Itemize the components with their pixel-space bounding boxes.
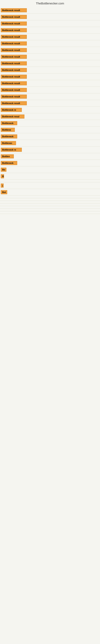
- bottleneck-badge[interactable]: Bottleneck: [1, 121, 17, 125]
- bottleneck-badge[interactable]: Bottleneck result: [1, 88, 27, 92]
- bottleneck-badge[interactable]: B: [1, 174, 4, 178]
- list-item: Bottleneck result: [0, 74, 100, 80]
- bottleneck-badge[interactable]: Bottleneck result: [1, 55, 27, 59]
- bottleneck-badge[interactable]: Bottleneck result: [1, 101, 27, 105]
- bottleneck-badge[interactable]: Bottleneck: [1, 134, 17, 138]
- bottleneck-badge[interactable]: Bottleneck result: [1, 48, 27, 52]
- list-item: Bottlenec: [0, 140, 100, 146]
- bottleneck-badge[interactable]: Bottleneck result: [1, 94, 27, 98]
- list-item: Bottleneck result: [0, 80, 100, 87]
- list-item: Bottleneck result: [0, 27, 100, 34]
- bottleneck-badge[interactable]: Bottleneck resul: [1, 114, 24, 118]
- bottleneck-badge[interactable]: Bottleneck result: [1, 8, 27, 12]
- bottleneck-badge[interactable]: Bottleneck result: [1, 68, 27, 72]
- bottleneck-badge[interactable]: Bottleneck result: [1, 75, 27, 79]
- bottleneck-badge[interactable]: |: [1, 184, 3, 188]
- list-item: Bottleneck: [0, 133, 100, 140]
- list-item: Bottleneck result: [0, 47, 100, 54]
- bottleneck-badge[interactable]: Bottleneck: [1, 161, 17, 165]
- list-item: Bottleneck: [0, 120, 100, 126]
- list-item: Bottleneck result: [0, 100, 100, 107]
- bottleneck-badge[interactable]: Bot: [1, 190, 7, 194]
- list-item: Bottleneck result: [0, 67, 100, 74]
- list-item: Bottleneck result: [0, 7, 100, 14]
- bottleneck-badge[interactable]: Bottleneck result: [1, 62, 27, 66]
- list-item: [0, 180, 100, 182]
- list-item: [0, 206, 100, 209]
- list-item: Bottleneck result: [0, 40, 100, 47]
- bottleneck-badge[interactable]: Bottleneck result: [1, 81, 27, 85]
- bottleneck-badge[interactable]: Bo: [1, 168, 6, 172]
- list-item: [0, 201, 100, 204]
- list-item: [0, 198, 100, 201]
- bottleneck-badge[interactable]: Bottleneck re: [1, 108, 22, 112]
- list-item: Bottleneck result: [0, 14, 100, 20]
- list-item: Bottleneck result: [0, 34, 100, 40]
- bottleneck-badge[interactable]: Bottlen: [1, 154, 14, 158]
- list-item: |: [0, 182, 100, 189]
- list-item: Bo: [0, 166, 100, 173]
- list-item: Bottleneck result: [0, 94, 100, 100]
- list-item: Bottleneck result: [0, 20, 100, 27]
- bottleneck-badge[interactable]: Bottleneck result: [1, 42, 27, 46]
- list-item: Bottlene: [0, 126, 100, 133]
- bottleneck-badge[interactable]: Bottleneck result: [1, 35, 27, 39]
- list-item: Bottleneck result: [0, 87, 100, 94]
- bottleneck-badge[interactable]: Bottleneck result: [1, 22, 27, 26]
- bottleneck-badge[interactable]: Bottleneck result: [1, 28, 27, 32]
- list-item: [0, 204, 100, 206]
- list-item: Bottleneck resul: [0, 113, 100, 120]
- bottleneck-badge[interactable]: Bottleneck re: [1, 148, 22, 152]
- list-item: Bottleneck re: [0, 146, 100, 153]
- list-item: B: [0, 173, 100, 180]
- bottleneck-badge[interactable]: Bottleneck result: [1, 15, 27, 19]
- list-item: Bottlen: [0, 153, 100, 160]
- list-item: Bottleneck re: [0, 107, 100, 113]
- list-item: [0, 211, 100, 214]
- list-item: Bottleneck: [0, 160, 100, 166]
- list-item: [0, 209, 100, 211]
- bottleneck-badge[interactable]: Bottlenec: [1, 141, 16, 145]
- site-title: TheBottlenecker.com: [0, 0, 100, 7]
- list-item: Bottleneck result: [0, 60, 100, 67]
- bottleneck-badge[interactable]: Bottlene: [1, 128, 15, 132]
- list-item: Bottleneck result: [0, 54, 100, 60]
- list-item: [0, 196, 100, 198]
- list-item: Bot: [0, 189, 100, 196]
